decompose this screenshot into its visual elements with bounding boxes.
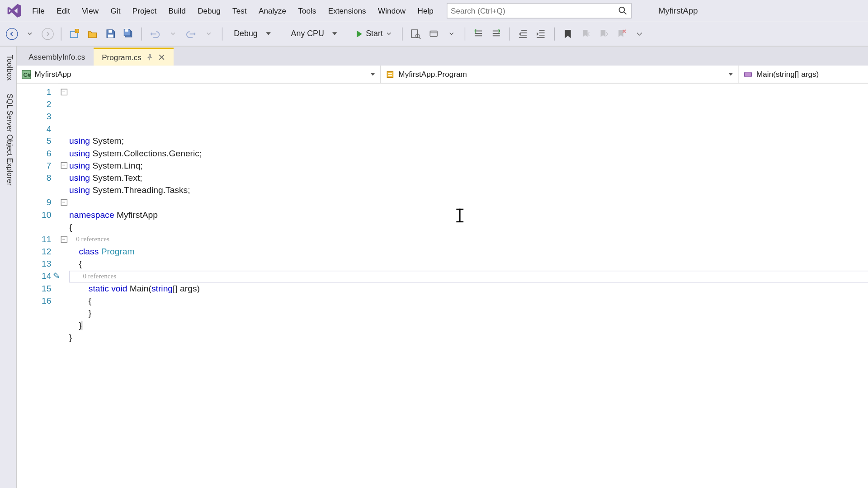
nav-back-dropdown[interactable] [23,27,37,41]
menu-build[interactable]: Build [162,4,192,18]
csharp-project-icon: C# [21,70,31,79]
bookmark-button[interactable] [561,27,575,41]
nav-back-button[interactable] [5,27,19,41]
project-dropdown[interactable]: C# MyfirstApp [17,66,381,83]
svg-rect-11 [108,35,113,38]
visual-studio-logo-icon [6,2,23,19]
class-name-label: MyfirstApp.Program [398,70,467,79]
tab-label: AssemblyInfo.cs [28,52,85,61]
doc-tab-assemblyinfo-cs[interactable]: AssemblyInfo.cs [20,48,94,66]
menu-debug[interactable]: Debug [192,4,226,18]
menu-edit[interactable]: Edit [51,4,76,18]
open-file-button[interactable] [85,27,100,41]
menu-file[interactable]: File [26,4,51,18]
member-dropdown[interactable]: Main(string[] args) [738,66,868,83]
menubar: FileEditViewGitProjectBuildDebugTestAnal… [0,0,868,21]
class-icon [385,70,395,79]
new-project-button[interactable] [67,27,82,41]
solution-platform-dropdown[interactable]: Any CPU [286,25,349,42]
side-tab-sql-server-object-explorer[interactable]: SQL Server Object Explorer [0,88,16,192]
undo-button[interactable] [148,27,162,41]
doc-tab-program-cs[interactable]: Program.cs [94,48,174,66]
solution-name: MyfirstApp [649,3,707,19]
close-tab-icon[interactable] [158,54,165,61]
start-debugging-button[interactable]: Start [352,28,396,39]
fold-toggle[interactable]: − [61,236,67,243]
fold-toggle[interactable]: − [61,89,67,95]
svg-rect-10 [108,30,112,33]
menu-window[interactable]: Window [372,4,411,18]
svg-rect-13 [411,29,417,37]
browser-link-dropdown[interactable] [444,27,459,41]
svg-rect-40 [387,71,393,77]
fold-toggle[interactable]: − [61,199,67,206]
next-bookmark-button[interactable] [596,27,611,41]
search-icon [618,6,627,15]
tab-label: Program.cs [102,53,142,62]
side-tab-toolbox[interactable]: Toolbox [0,49,16,86]
menu-project[interactable]: Project [127,4,163,18]
left-side-panel: ToolboxSQL Server Object Explorer [0,47,17,488]
code-editor[interactable]: 1234567891011121314✎1516 −−−− using Syst… [17,84,868,488]
increase-indent-button[interactable] [534,27,548,41]
comment-button[interactable] [471,27,486,41]
clear-bookmarks-button[interactable] [614,27,629,41]
search-input[interactable] [451,6,618,15]
decrease-indent-button[interactable] [516,27,530,41]
save-button[interactable] [103,27,118,41]
svg-rect-41 [388,72,392,74]
line-numbers: 1234567891011121314✎1516 [17,84,58,488]
method-icon [743,70,753,79]
search-box[interactable] [447,3,632,19]
undo-dropdown[interactable] [166,27,180,41]
svg-line-15 [419,37,420,38]
save-all-button[interactable] [121,27,136,41]
menu-view[interactable]: View [76,4,104,18]
menu-git[interactable]: Git [104,4,126,18]
menu-extensions[interactable]: Extensions [322,4,372,18]
svg-point-0 [619,7,624,13]
svg-rect-42 [388,75,392,76]
svg-rect-12 [125,29,128,32]
code-text[interactable]: using System;using System.Collections.Ge… [69,84,868,488]
class-dropdown[interactable]: MyfirstApp.Program [381,66,739,83]
redo-button[interactable] [184,27,198,41]
prev-bookmark-button[interactable] [579,27,593,41]
document-tab-well: AssemblyInfo.csProgram.cs [17,47,868,66]
browser-link-button[interactable] [426,27,441,41]
pin-icon[interactable] [146,54,153,61]
svg-text:C#: C# [23,71,31,78]
toolbar: Debug Any CPU Start [0,21,868,46]
folding-column: −−−− [58,84,69,488]
toolbar-overflow-button[interactable] [632,27,646,41]
project-name-label: MyfirstApp [35,70,71,79]
menu-help[interactable]: Help [411,4,439,18]
menu-test[interactable]: Test [226,4,253,18]
member-name-label: Main(string[] args) [756,70,819,79]
nav-forward-button[interactable] [41,27,55,41]
svg-rect-43 [745,72,752,77]
uncomment-button[interactable] [489,27,504,41]
start-label: Start [366,29,383,38]
svg-line-1 [624,12,626,14]
navigation-bar: C# MyfirstApp MyfirstApp.Program Main(st… [17,66,868,84]
solution-configuration-dropdown[interactable]: Debug [228,25,282,42]
menu-analyze[interactable]: Analyze [253,4,292,18]
svg-rect-16 [430,31,437,36]
redo-dropdown[interactable] [202,27,216,41]
fold-toggle[interactable]: − [61,162,67,169]
play-icon [357,30,362,38]
find-in-files-button[interactable] [409,27,423,41]
menu-tools[interactable]: Tools [292,4,322,18]
